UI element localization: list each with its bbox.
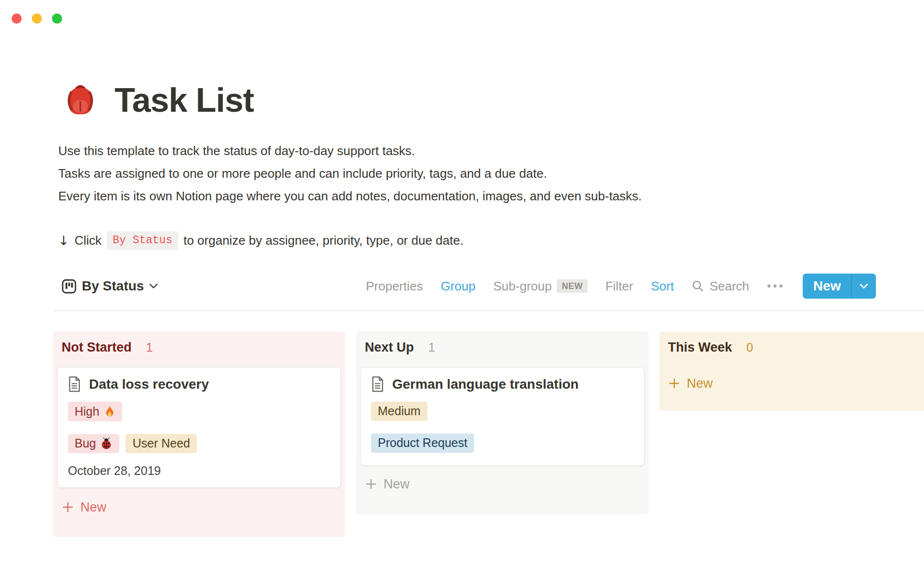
add-card-button[interactable]: New — [53, 498, 345, 517]
due-date: October 28, 2019 — [68, 464, 330, 478]
column-count: 1 — [428, 341, 435, 355]
view-name: By Status — [82, 278, 144, 294]
plus-icon — [668, 377, 680, 390]
filter-button[interactable]: Filter — [605, 279, 633, 294]
chevron-down-icon — [860, 283, 868, 289]
plus-icon — [365, 478, 377, 490]
board-column-next-up: Next Up 1 German language translation — [356, 331, 649, 514]
board-column-this-week: This Week 0 New — [659, 331, 924, 410]
add-card-label: New — [384, 477, 410, 492]
board-view-icon — [62, 279, 77, 294]
add-card-button[interactable]: New — [659, 374, 924, 393]
add-card-button[interactable]: New — [356, 474, 649, 494]
hint-line: ↓ Click By Status to organize by assigne… — [58, 231, 463, 250]
new-button-dropdown[interactable] — [851, 274, 876, 299]
hint-click-label: Click — [75, 233, 102, 248]
description-line: Every item is its own Notion page where … — [58, 185, 642, 208]
column-header[interactable]: Not Started 1 — [53, 340, 345, 359]
column-name: Not Started — [62, 340, 132, 355]
new-button[interactable]: New — [803, 274, 851, 299]
search-icon — [692, 280, 704, 292]
minimize-button[interactable] — [32, 13, 42, 24]
view-switcher[interactable]: By Status — [62, 278, 158, 294]
board-column-not-started: Not Started 1 Data loss recovery — [53, 331, 345, 537]
card-title: German language translation — [392, 377, 578, 392]
description-line: Use this template to track the status of… — [58, 140, 642, 162]
add-card-label: New — [687, 376, 713, 391]
maximize-button[interactable] — [52, 13, 62, 24]
close-button[interactable] — [12, 13, 22, 24]
toolbar-divider — [53, 310, 924, 311]
type-tag: Bug — [68, 434, 119, 453]
page-doc-icon — [371, 376, 384, 392]
new-feature-badge: NEW — [557, 279, 588, 293]
subgroup-label: Sub-group — [493, 279, 552, 294]
column-name: Next Up — [365, 340, 414, 355]
more-options-button[interactable]: ••• — [767, 279, 785, 293]
task-card[interactable]: German language translation Medium Produ… — [360, 367, 644, 466]
fire-emoji — [103, 404, 116, 419]
column-name: This Week — [668, 340, 732, 355]
backpack-emoji — [62, 81, 99, 119]
column-header[interactable]: This Week 0 — [659, 340, 924, 359]
new-button-group: New — [803, 274, 876, 299]
window-controls — [12, 13, 62, 24]
column-count: 1 — [146, 341, 153, 355]
column-count: 0 — [746, 341, 753, 355]
type-tag: Product Request — [371, 434, 474, 453]
group-button[interactable]: Group — [441, 279, 475, 294]
notion-window: Task List Use this template to track the… — [0, 0, 924, 578]
plus-icon — [62, 501, 74, 513]
description-line: Tasks are assigned to one or more people… — [58, 162, 642, 185]
subgroup-button[interactable]: Sub-group NEW — [493, 279, 588, 294]
category-tag: User Need — [126, 434, 197, 453]
page-doc-icon — [68, 376, 81, 392]
page-header: Task List — [62, 81, 254, 119]
card-title: Data loss recovery — [89, 377, 209, 392]
page-title: Task List — [115, 81, 254, 119]
toolbar-actions: Properties Group Sub-group NEW Filter So… — [366, 274, 876, 299]
search-button[interactable]: Search — [692, 279, 749, 294]
search-label: Search — [709, 279, 749, 294]
code-chip: By Status — [107, 231, 178, 250]
view-toolbar: By Status Properties Group Sub-group NEW… — [62, 274, 876, 299]
priority-tag: High — [68, 402, 122, 421]
properties-button[interactable]: Properties — [366, 279, 423, 294]
task-card[interactable]: Data loss recovery High Bug — [57, 367, 341, 488]
down-arrow-icon: ↓ — [58, 233, 69, 248]
hint-rest: to organize by assignee, priority, type,… — [183, 233, 463, 248]
sort-button[interactable]: Sort — [651, 279, 674, 294]
ladybug-emoji — [100, 437, 113, 450]
page-description: Use this template to track the status of… — [58, 140, 642, 208]
column-header[interactable]: Next Up 1 — [356, 340, 649, 359]
priority-tag: Medium — [371, 402, 427, 421]
chevron-down-icon — [149, 283, 158, 289]
add-card-label: New — [80, 500, 106, 515]
